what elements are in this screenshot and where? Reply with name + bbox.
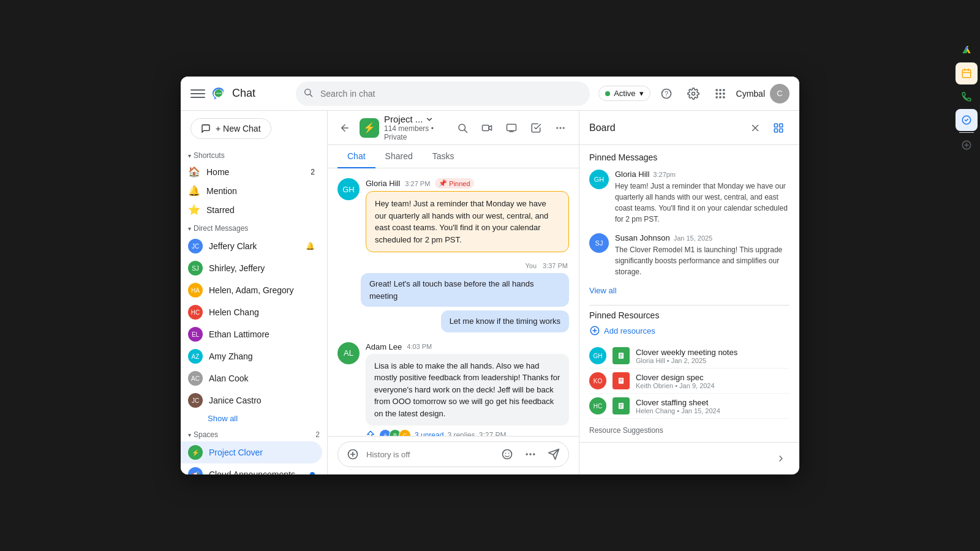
board-expand-icon[interactable] (767, 117, 790, 139)
tasks-button[interactable] (525, 117, 547, 139)
tab-chat[interactable]: Chat (337, 145, 375, 168)
shortcuts-section-header[interactable]: ▾ Shortcuts (181, 146, 327, 162)
help-button[interactable]: ? (655, 83, 677, 105)
board-bottom-nav (579, 442, 799, 474)
space-logo-icon: ⚡ (360, 118, 379, 138)
svg-rect-36 (780, 124, 783, 127)
tab-tasks[interactable]: Tasks (423, 145, 464, 168)
resource-item-1: GH Clover weekly meeting notes Gloria Hi… (589, 343, 790, 369)
time-gloria: 3:27 PM (405, 180, 430, 187)
dm-item-alan[interactable]: AC Alan Cook (181, 367, 322, 389)
add-resources-button[interactable]: Add resources (589, 325, 790, 336)
starred-icon: ⭐ (188, 204, 200, 216)
replies-bar[interactable]: A B C 3 unread 3 replies 3:27 PM (366, 429, 569, 436)
tab-shared[interactable]: Shared (375, 145, 423, 168)
unread-dot-cloud (310, 472, 315, 474)
resource-meta-2: Keith Obrien • Jan 9, 2024 (636, 382, 790, 389)
chat-space-name[interactable]: Project ... (384, 114, 447, 124)
board-close-button[interactable] (745, 118, 765, 138)
resource-name-2: Clover design spec (636, 373, 790, 382)
search-icon (303, 88, 313, 100)
new-chat-label: + New Chat (216, 124, 261, 133)
reply-avatar-3: C (399, 429, 411, 436)
message-header-gloria: Gloria Hill 3:27 PM 📌 Pinned (366, 178, 569, 189)
pinned-text-susan: The Clover Remodel M1 is launching! This… (615, 244, 790, 277)
pinned-time-susan: Jan 15, 2025 (674, 234, 713, 242)
pinned-sender-susan: Susan Johnson (615, 233, 670, 242)
svg-rect-14 (715, 96, 717, 98)
direct-messages-label: Direct Messages (194, 224, 248, 233)
board-header: Board (579, 111, 799, 145)
mention-icon: 🔔 (188, 185, 200, 197)
svg-rect-20 (507, 124, 516, 131)
user-area[interactable]: Cymbal C (736, 84, 790, 103)
search-input[interactable] (296, 81, 590, 106)
apps-button[interactable] (709, 83, 731, 105)
hamburger-menu-icon[interactable] (190, 86, 205, 101)
sidebar-item-starred[interactable]: ⭐ Starred (181, 200, 322, 219)
status-badge[interactable]: Active ▾ (598, 86, 650, 101)
dm-avatar-amy: AZ (188, 349, 203, 364)
message-input-bar (337, 441, 569, 467)
board-nav-next-button[interactable] (770, 448, 792, 470)
settings-button[interactable] (682, 83, 704, 105)
direct-messages-section-header[interactable]: ▾ Direct Messages (181, 219, 327, 235)
svg-rect-37 (774, 129, 777, 132)
more-input-options-button[interactable] (521, 444, 540, 464)
pinned-avatar-susan: SJ (589, 233, 609, 253)
space-item-project-clover[interactable]: ⚡ Project Clover (181, 441, 322, 463)
resource-doc-icon-2 (612, 372, 630, 389)
dm-item-shirley[interactable]: SJ Shirley, Jeffery (181, 257, 322, 279)
spaces-badge: 2 (315, 430, 320, 439)
video-button[interactable] (476, 117, 498, 139)
message-bubble-self-1: Great! Let's all touch base before the a… (361, 273, 569, 307)
dm-item-jeffery-clark[interactable]: JC Jeffery Clark 🔔 (181, 235, 322, 257)
time-adam: 4:03 PM (407, 343, 432, 350)
resource-name-3: Clover staffing sheet (636, 398, 790, 407)
pinned-body-susan: Susan Johnson Jan 15, 2025 The Clover Re… (615, 233, 790, 277)
add-resources-label: Add resources (604, 326, 655, 335)
sidebar-item-mention[interactable]: 🔔 Mention (181, 181, 322, 200)
board-title: Board (589, 122, 745, 133)
screen-share-button[interactable] (500, 117, 522, 139)
space-item-cloud-announcements[interactable]: 📢 Cloud Announcements (181, 463, 322, 474)
send-button[interactable] (544, 444, 564, 464)
reply-icon (366, 430, 375, 436)
resource-info-2: Clover design spec Keith Obrien • Jan 9,… (636, 373, 790, 389)
top-bar: Chat Active ▾ ? Cymbal (181, 77, 799, 111)
sidebar-item-home[interactable]: 🏠 Home 2 (181, 162, 322, 181)
dm-item-ethan[interactable]: EL Ethan Lattimore (181, 323, 322, 345)
dm-item-helen-adam[interactable]: HA Helen, Adam, Gregory (181, 279, 322, 301)
status-chevron-icon: ▾ (639, 89, 644, 98)
resource-info-3: Clover staffing sheet Helen Chang • Jan … (636, 398, 790, 414)
shortcuts-label: Shortcuts (194, 151, 225, 160)
dm-item-janice[interactable]: JC Janice Castro (181, 389, 322, 411)
view-all-link[interactable]: View all (589, 286, 790, 295)
show-all-dm-link[interactable]: Show all (181, 411, 327, 425)
resource-avatar-1: GH (589, 347, 606, 364)
svg-point-2 (219, 92, 220, 94)
spaces-section-header[interactable]: ▾ Spaces 2 (181, 425, 327, 441)
pinned-messages-title: Pinned Messages (589, 152, 790, 162)
pinned-body-gloria: Gloria Hill 3:27pm Hey team! Just a remi… (615, 170, 790, 225)
board-content: Pinned Messages GH Gloria Hill 3:27pm He… (579, 145, 799, 442)
pinned-text-gloria: Hey team! Just a reminder that Monday we… (615, 181, 790, 225)
emoji-button[interactable] (497, 444, 517, 464)
search-chat-button[interactable] (451, 117, 473, 139)
avatar-gloria: GH (337, 178, 360, 200)
pinned-badge: 📌 Pinned (435, 178, 473, 189)
svg-rect-12 (719, 92, 721, 94)
dm-item-helen-chang[interactable]: HC Helen Chang (181, 301, 322, 323)
time-self: 3:37 PM (543, 262, 568, 269)
add-resources-icon (589, 325, 600, 336)
dm-avatar-helen-chang: HC (188, 305, 203, 320)
resource-meta-3: Helen Chang • Jan 15, 2024 (636, 407, 790, 414)
back-button[interactable] (335, 118, 355, 138)
new-chat-button[interactable]: + New Chat (190, 118, 271, 139)
dm-item-amy[interactable]: AZ Amy Zhang (181, 345, 322, 367)
resource-avatar-3: HC (589, 397, 606, 414)
message-input[interactable] (366, 450, 494, 459)
add-attachment-button[interactable] (343, 444, 363, 464)
more-options-button[interactable] (549, 117, 571, 139)
resource-meta-1: Gloria Hill • Jan 2, 2025 (636, 357, 790, 364)
